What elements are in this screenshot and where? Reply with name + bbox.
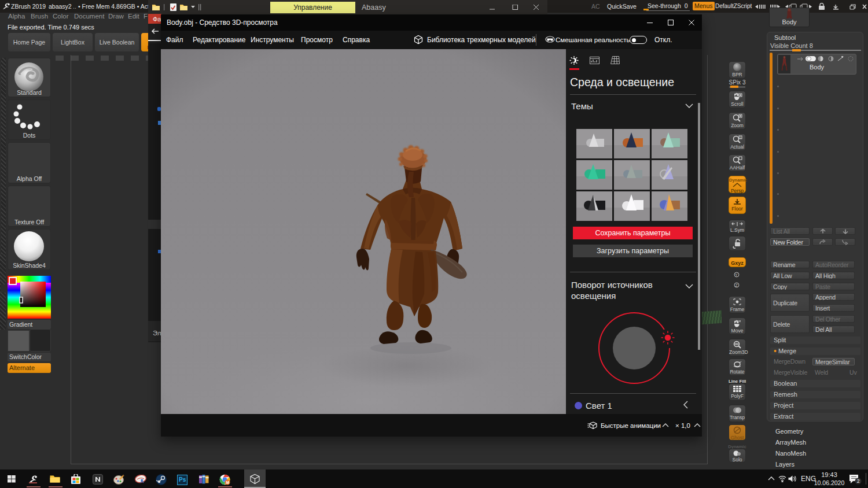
svg-text:2: 2: [857, 478, 860, 484]
svg-text:Y: Y: [735, 273, 738, 277]
svg-text:M: M: [226, 480, 229, 485]
svg-text:Z: Z: [735, 283, 738, 287]
svg-text:1: 1: [740, 136, 741, 139]
